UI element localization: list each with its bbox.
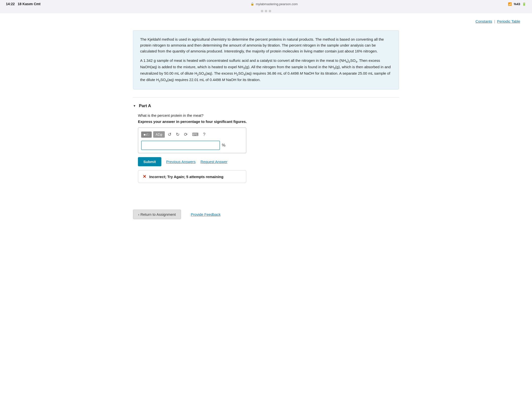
- browser-dot: [261, 10, 263, 12]
- main-content: The Kjeldahl method is used in agricultu…: [123, 26, 409, 204]
- greek-symbols-button[interactable]: ΑΣφ: [153, 131, 165, 138]
- url: mylabmastering.pearson.com: [256, 2, 298, 6]
- math-templates-button[interactable]: ■√□: [141, 132, 152, 138]
- answer-input[interactable]: [141, 141, 220, 150]
- question-text: What is the percent protein in the meat?: [133, 113, 399, 117]
- battery-level: %43: [514, 2, 520, 6]
- answer-box: ■√□ ΑΣφ ↺ ↻ ⟳ ⌨ ? %: [138, 128, 246, 153]
- time: 14:22: [6, 2, 15, 6]
- part-a-label: Part A: [139, 103, 151, 108]
- periodic-table-link[interactable]: Periodic Table: [497, 19, 520, 23]
- input-row: %: [141, 141, 243, 150]
- link-separator: |: [494, 19, 495, 23]
- lock-icon: 🔒: [250, 2, 254, 6]
- status-center: 🔒 mylabmastering.pearson.com: [250, 2, 298, 6]
- request-answer-button[interactable]: Request Answer: [200, 160, 227, 164]
- undo-button[interactable]: ↺: [166, 131, 173, 138]
- browser-dot: [265, 10, 267, 12]
- error-icon: ✕: [143, 174, 146, 179]
- top-links: Constants | Periodic Table: [0, 13, 532, 26]
- status-bar: 14:22 18 Kasım Cmt 🔒 mylabmastering.pear…: [0, 0, 532, 8]
- submit-row: Submit Previous Answers Request Answer: [133, 157, 399, 166]
- status-right: 📶 %43 🔋: [508, 2, 526, 6]
- wifi-icon: 📶: [508, 2, 512, 6]
- redo-button[interactable]: ↻: [174, 131, 181, 138]
- keyboard-button[interactable]: ⌨: [191, 131, 200, 138]
- context-paragraph-1: The Kjeldahl method is used in agricultu…: [140, 36, 392, 54]
- date: 18 Kasım Cmt: [18, 2, 41, 6]
- status-left: 14:22 18 Kasım Cmt: [6, 2, 40, 6]
- error-box: ✕ Incorrect; Try Again; 5 attempts remai…: [138, 170, 246, 183]
- collapse-icon[interactable]: ▼: [133, 104, 136, 108]
- percent-label: %: [222, 143, 225, 148]
- context-box: The Kjeldahl method is used in agricultu…: [133, 30, 399, 89]
- provide-feedback-button[interactable]: Provide Feedback: [191, 212, 221, 216]
- page-wrapper: Constants | Periodic Table The Kjeldahl …: [0, 13, 532, 399]
- submit-button[interactable]: Submit: [138, 157, 161, 166]
- previous-answers-button[interactable]: Previous Answers: [166, 160, 196, 164]
- part-a-section: ▼ Part A What is the percent protein in …: [133, 97, 399, 183]
- battery-icon: 🔋: [522, 2, 526, 6]
- constants-link[interactable]: Constants: [476, 19, 492, 23]
- return-to-assignment-button[interactable]: ‹ Return to Assignment: [133, 210, 181, 219]
- context-paragraph-2: A 1.342 g sample of meat is heated with …: [140, 58, 392, 83]
- help-button[interactable]: ?: [201, 131, 207, 138]
- part-a-header: ▼ Part A: [133, 103, 399, 108]
- browser-dot: [269, 10, 271, 12]
- bottom-bar: ‹ Return to Assignment Provide Feedback: [123, 204, 409, 225]
- browser-chrome: [0, 8, 532, 13]
- error-message: Incorrect; Try Again; 5 attempts remaini…: [149, 175, 223, 179]
- toolbar: ■√□ ΑΣφ ↺ ↻ ⟳ ⌨ ?: [141, 131, 243, 138]
- question-instruction: Express your answer in percentage to fou…: [133, 119, 399, 124]
- refresh-button[interactable]: ⟳: [183, 131, 189, 138]
